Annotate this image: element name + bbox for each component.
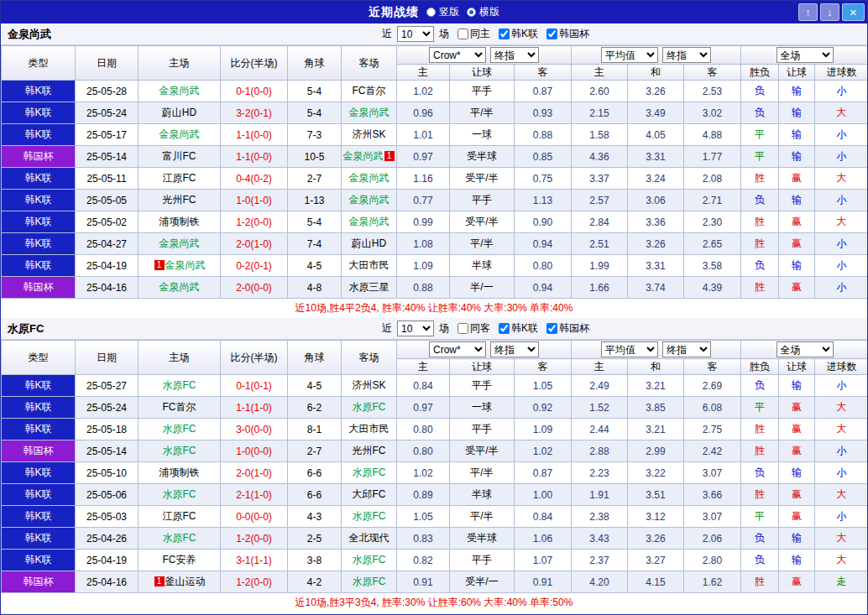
korean-cup-checkbox[interactable] xyxy=(546,29,557,39)
match-row: 韩K联25-05-17金泉尚武1-1(0-0)7-3济州SK1.01一球0.88… xyxy=(2,124,868,146)
bookmaker-select[interactable]: Crow* xyxy=(429,341,486,357)
same-home-filter[interactable]: 同主 xyxy=(452,27,490,41)
team-name: 金泉尚武 xyxy=(343,150,384,162)
radio-icon-horizontal[interactable] xyxy=(467,8,476,17)
team-name: 大邱FC xyxy=(353,488,386,500)
same-home-checkbox[interactable] xyxy=(458,29,468,39)
handicap-home-odds-cell: 0.91 xyxy=(397,571,450,593)
match-date-cell: 25-05-27 xyxy=(76,375,139,397)
up-arrow-icon: ↑ xyxy=(805,6,811,18)
handicap-result-cell: 输 xyxy=(779,146,815,168)
score-cell: 1-2(0-0) xyxy=(221,528,288,550)
bookmaker-select[interactable]: Crow* xyxy=(429,47,486,63)
sub-header-result-wdl: 胜负 xyxy=(741,359,779,375)
avg-draw-odds-cell: 3.21 xyxy=(628,375,684,397)
away-team-cell: 金泉尚武 xyxy=(342,102,397,124)
final-odds-select-2[interactable]: 终指 xyxy=(662,341,711,357)
corners-cell: 5-4 xyxy=(288,102,342,124)
kleague-checkbox[interactable] xyxy=(499,323,510,334)
fulltime-select[interactable]: 全场 xyxy=(776,341,834,357)
sub-header-result-wdl: 胜负 xyxy=(741,65,779,81)
league-type-cell: 韩K联 xyxy=(2,484,76,506)
close-button[interactable]: × xyxy=(842,3,865,21)
move-down-button[interactable]: ↓ xyxy=(820,3,839,21)
korean-cup-filter[interactable]: 韩国杯 xyxy=(541,321,589,336)
sub-header-odds-away: 客 xyxy=(684,359,741,375)
handicap-result-cell: 输 xyxy=(779,81,815,102)
league-type-cell: 韩K联 xyxy=(2,211,76,233)
match-date-cell: 25-05-18 xyxy=(76,419,139,440)
avg-away-odds-cell: 2.80 xyxy=(684,550,741,571)
final-odds-select[interactable]: 终指 xyxy=(490,47,539,63)
corners-cell: 6-2 xyxy=(288,397,342,419)
avg-away-odds-cell: 1.62 xyxy=(684,571,741,593)
team-name: 水原三星 xyxy=(349,281,390,293)
handicap-result-cell: 赢 xyxy=(779,506,815,528)
avg-draw-odds-cell: 2.99 xyxy=(628,440,684,462)
down-arrow-icon: ↓ xyxy=(827,6,833,18)
team-name: 大田市民 xyxy=(349,259,390,271)
avg-away-odds-cell: 4.39 xyxy=(684,277,741,299)
handicap-home-odds-cell: 1.16 xyxy=(397,168,450,190)
match-count-select[interactable]: 10 xyxy=(397,321,434,336)
layout-option-horizontal[interactable]: 横版 xyxy=(467,5,499,19)
handicap-away-odds-cell: 1.00 xyxy=(515,484,572,506)
avg-draw-odds-cell: 3.12 xyxy=(628,506,684,528)
same-home-label: 同主 xyxy=(470,27,490,41)
match-row: 韩K联25-05-27水原FC0-1(0-1)4-5济州SK0.84平手1.05… xyxy=(2,375,868,397)
handicap-home-odds-cell: 1.02 xyxy=(397,81,450,102)
corners-cell: 8-1 xyxy=(288,419,342,440)
away-team-cell: 水原FC xyxy=(342,550,397,571)
match-row: 韩K联25-05-03江原FC0-0(0-0)4-3水原FC1.05平/半0.8… xyxy=(2,506,868,528)
away-team-cell: 金泉尚武 xyxy=(342,211,397,233)
away-team-cell: 水原FC xyxy=(342,462,397,484)
layout-option-vertical[interactable]: 竖版 xyxy=(426,5,459,19)
average-odds-select[interactable]: 平均值 xyxy=(601,47,658,63)
match-count-select[interactable]: 10 xyxy=(397,26,434,42)
final-odds-select[interactable]: 终指 xyxy=(490,341,539,357)
handicap-line-cell: 半球 xyxy=(450,255,515,277)
handicap-home-odds-cell: 1.09 xyxy=(397,255,450,277)
win-result-cell: 平 xyxy=(741,124,779,146)
match-date-cell: 25-05-24 xyxy=(76,102,139,124)
home-team-cell: 浦项制铁 xyxy=(139,211,221,233)
handicap-result-cell: 赢 xyxy=(779,211,815,233)
kleague-filter[interactable]: 韩K联 xyxy=(493,27,538,41)
win-result-cell: 胜 xyxy=(741,211,779,233)
korean-cup-checkbox[interactable] xyxy=(546,323,557,334)
column-header-score: 比分(半场) xyxy=(221,341,288,375)
score-cell: 1-0(0-0) xyxy=(221,440,288,462)
avg-away-odds-cell: 3.02 xyxy=(684,102,741,124)
team-name: 水原FC xyxy=(353,554,386,565)
match-date-cell: 25-05-03 xyxy=(76,506,139,528)
kleague-checkbox[interactable] xyxy=(499,29,510,39)
column-header-home: 主场 xyxy=(139,46,221,81)
sub-header-odds-draw: 和 xyxy=(628,359,684,375)
avg-home-odds-cell: 3.43 xyxy=(572,528,628,550)
korean-cup-filter[interactable]: 韩国杯 xyxy=(541,27,589,41)
fulltime-select[interactable]: 全场 xyxy=(776,47,834,63)
team-name: 光州FC xyxy=(163,194,196,206)
avg-draw-odds-cell: 3.85 xyxy=(628,397,684,419)
average-odds-select[interactable]: 平均值 xyxy=(601,341,658,357)
team-name: 金泉尚武 xyxy=(349,107,390,118)
radio-icon-vertical[interactable] xyxy=(426,8,436,17)
handicap-away-odds-cell: 0.80 xyxy=(515,255,572,277)
handicap-home-odds-cell: 0.97 xyxy=(397,146,450,168)
team-name: 全北现代 xyxy=(349,532,390,544)
same-away-filter[interactable]: 同客 xyxy=(452,321,490,336)
kleague-filter[interactable]: 韩K联 xyxy=(493,321,538,336)
goals-result-cell: 走 xyxy=(815,571,868,593)
league-type-cell: 韩K联 xyxy=(2,81,76,102)
sub-header-handicap-away: 客 xyxy=(515,359,572,375)
team-name: 江原FC xyxy=(163,510,196,522)
final-odds-select-2[interactable]: 终指 xyxy=(662,47,711,63)
handicap-line-cell: 一球 xyxy=(450,124,515,146)
move-up-button[interactable]: ↑ xyxy=(798,3,818,21)
avg-away-odds-cell: 2.53 xyxy=(684,81,741,102)
same-away-checkbox[interactable] xyxy=(458,323,468,334)
away-team-cell: 大田市民 xyxy=(342,419,397,440)
handicap-result-cell: 赢 xyxy=(779,571,815,593)
corners-cell: 6-6 xyxy=(288,484,342,506)
away-team-cell: 全北现代 xyxy=(342,528,397,550)
